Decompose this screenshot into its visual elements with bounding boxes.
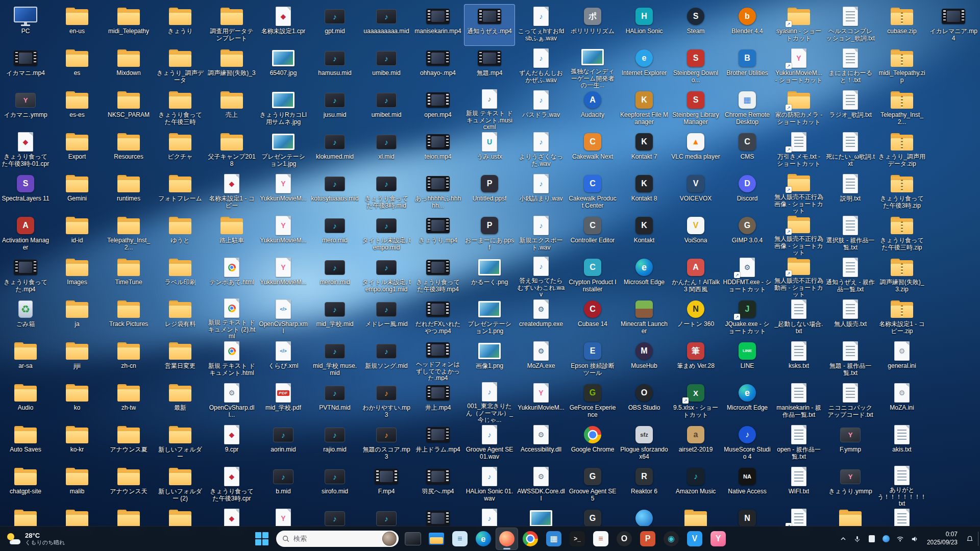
desktop-icon[interactable]: PUntitled.ppsf: [464, 171, 515, 213]
desktop-icon[interactable]: [619, 506, 670, 527]
start-button[interactable]: [251, 528, 273, 550]
desktop-icon[interactable]: NKSC_PARAM: [103, 88, 154, 130]
show-desktop-button[interactable]: [978, 532, 980, 546]
desktop-icon[interactable]: ◆: [206, 506, 257, 527]
desktop-icon[interactable]: LINELINE: [722, 339, 773, 381]
desktop-icon[interactable]: ラベル印刷: [155, 255, 206, 297]
desktop-icon[interactable]: ↗万引きメモ.txt - ショートカット: [773, 130, 824, 171]
desktop-icon[interactable]: Pおーまーにあ.ppsf: [464, 213, 515, 255]
desktop-icon[interactable]: open - 親作品一覧.txt: [773, 422, 824, 464]
desktop-icon[interactable]: BBrother Utilities: [722, 46, 773, 88]
desktop-icon[interactable]: PC: [0, 4, 51, 46]
desktop-icon[interactable]: VVoiSona: [670, 213, 721, 255]
desktop-icon[interactable]: 調声練習(失敗)_3.zip: [876, 255, 927, 297]
desktop-icon[interactable]: Images: [52, 255, 103, 297]
desktop-icon[interactable]: ♪無題のスコア.mp3: [361, 422, 412, 464]
desktop-icon[interactable]: プレゼンテーション1.jpg: [258, 130, 309, 171]
desktop-icon[interactable]: bBlender 4.4: [722, 4, 773, 46]
desktop-icon[interactable]: ▦Chrome Remote Desktop: [722, 88, 773, 130]
desktop-icon[interactable]: KKontakt 7: [619, 130, 670, 171]
desktop-icon[interactable]: ♪新規 テキスト ドキュメント.musicxml: [464, 88, 515, 130]
desktop-icon[interactable]: ♪メドレー風.mid: [361, 297, 412, 339]
notification-bell-icon[interactable]: [964, 533, 976, 545]
desktop-icon[interactable]: HHALion Sonic: [619, 4, 670, 46]
google-chrome[interactable]: [519, 528, 542, 550]
obs-studio[interactable]: O: [613, 528, 635, 550]
desktop-icon[interactable]: 通知うぜえ.mp4: [464, 4, 515, 46]
desktop-icon[interactable]: [155, 506, 206, 527]
desktop-icon[interactable]: X↗9.5.xlsx - ショートカット: [670, 381, 721, 422]
ymm4[interactable]: Y: [707, 528, 729, 550]
desktop-icon[interactable]: 通知うぜえ - 親作品一覧.txt: [825, 255, 876, 297]
desktop-icon[interactable]: CCakewalk Next: [567, 130, 618, 171]
desktop-icon[interactable]: 無題 - 親作品一覧.txt: [825, 339, 876, 381]
desktop-icon[interactable]: 営業日変更: [155, 339, 206, 381]
desktop-icon[interactable]: きょうりRカコLI用サムネ.jpg: [258, 88, 309, 130]
desktop-icon[interactable]: SSteinberg Downlo...: [670, 46, 721, 88]
desktop-icon[interactable]: cubase.zip: [876, 4, 927, 46]
desktop-icon[interactable]: ありがとう！！！！！！！.txt: [876, 464, 927, 506]
desktop-icon[interactable]: きょうり食ってた午後3時.zip: [876, 171, 927, 213]
desktop-icon[interactable]: Audio: [0, 381, 51, 422]
desktop-icon[interactable]: Aかんたん！AITalk 3 関西風: [670, 255, 721, 297]
desktop-icon[interactable]: [876, 506, 927, 527]
desktop-icon[interactable]: Google Chrome: [567, 422, 618, 464]
desktop-icon[interactable]: ポポリリリリズム: [567, 4, 618, 46]
desktop-icon[interactable]: AAudacity: [567, 88, 618, 130]
tray-app-icon-blue[interactable]: [880, 533, 892, 545]
desktop-icon[interactable]: CCakewalk Product Center: [567, 171, 618, 213]
desktop-icon[interactable]: きょうり_調声データ: [155, 46, 206, 88]
desktop-icon[interactable]: [412, 506, 463, 527]
desktop-icon[interactable]: G: [567, 506, 618, 527]
desktop-icon[interactable]: Track Pictures: [103, 297, 154, 339]
terminal[interactable]: >_: [566, 528, 589, 550]
desktop-icon[interactable]: [670, 506, 721, 527]
desktop-icon[interactable]: ♪: [361, 506, 412, 527]
taskbar-clock[interactable]: 0:07 2025/09/23: [923, 531, 962, 546]
desktop-icon[interactable]: 新しいフォルダー (2): [155, 464, 206, 506]
desktop-icon[interactable]: Nノートン 360: [670, 297, 721, 339]
desktop-icon[interactable]: ♪sirofo.mid: [309, 464, 360, 506]
desktop-icon[interactable]: Resources: [103, 130, 154, 171]
desktop-icon[interactable]: ↗無人販売不正行為動画 - ショートカット: [773, 255, 824, 297]
app-white-notes[interactable]: ≡: [590, 528, 612, 550]
desktop-icon[interactable]: ♪新規ソング.mid: [361, 339, 412, 381]
desktop-icon[interactable]: ♪klokumed.mid: [309, 130, 360, 171]
desktop-icon[interactable]: ◆名称未設定1 - コピー: [206, 171, 257, 213]
desktop-icon[interactable]: きょうり_調声用データ.zip: [876, 130, 927, 171]
desktop-icon[interactable]: GGIMP 3.0.4: [722, 213, 773, 255]
desktop-icon[interactable]: ↗syasinn - ショートカット: [773, 4, 824, 46]
desktop-icon[interactable]: CCMS: [722, 130, 773, 171]
desktop-icon[interactable]: 羽尻へ.mp4: [412, 464, 463, 506]
desktop-icon[interactable]: teion.mp4: [412, 130, 463, 171]
desktop-icon[interactable]: 名称未設定1 - コピー.zip: [876, 297, 927, 339]
desktop-icon[interactable]: ♪rajio.mid: [309, 422, 360, 464]
desktop-icon[interactable]: ♪mid_学校.mid: [309, 297, 360, 339]
desktop-icon[interactable]: ▲VLC media player: [670, 130, 721, 171]
app-blue-grid[interactable]: ▦: [543, 528, 565, 550]
desktop-icon[interactable]: Yきょうり.ymmp: [825, 464, 876, 506]
desktop-icon[interactable]: ♪ずんだもんしおかぜふ.wav: [516, 46, 567, 88]
desktop-icon[interactable]: 説明.txt: [825, 171, 876, 213]
desktop-icon[interactable]: AActivation Manager: [0, 213, 51, 255]
desktop-icon[interactable]: 孤独なインディーゲーム開発者の一生...: [567, 46, 618, 88]
desktop-icon[interactable]: ♪よりうざくなった.wav: [516, 130, 567, 171]
desktop-icon[interactable]: WiFI.txt: [773, 464, 824, 506]
desktop-icon[interactable]: GGeForce Experience: [567, 381, 618, 422]
desktop-icon[interactable]: ⚙↗HDDFMT.exe - ショートカット: [722, 255, 773, 297]
desktop-icon[interactable]: ♪MuseScore Studio 4: [722, 422, 773, 464]
desktop-icon[interactable]: ksks.txt: [773, 339, 824, 381]
desktop-icon[interactable]: 井上.mp4: [412, 381, 463, 422]
desktop-icon[interactable]: YF.ymmp: [825, 422, 876, 464]
desktop-icon[interactable]: ♪Amazon Music: [670, 464, 721, 506]
desktop-icon[interactable]: [52, 506, 103, 527]
desktop-icon[interactable]: ♪kotusytuaaus.mid: [309, 171, 360, 213]
desktop-icon[interactable]: きょうり食ってた.mp4: [0, 255, 51, 297]
desktop-icon[interactable]: Mixdown: [103, 46, 154, 88]
desktop-icon[interactable]: ♪umibet.mid: [361, 88, 412, 130]
desktop-icon[interactable]: 最新: [155, 381, 206, 422]
desktop-icon[interactable]: テンポあて.html: [206, 255, 257, 297]
desktop-icon[interactable]: ♪: [464, 506, 515, 527]
desktop-icon[interactable]: CCubase 14: [567, 297, 618, 339]
desktop-icon[interactable]: ⚙OpenCvSharp.dll...: [206, 381, 257, 422]
